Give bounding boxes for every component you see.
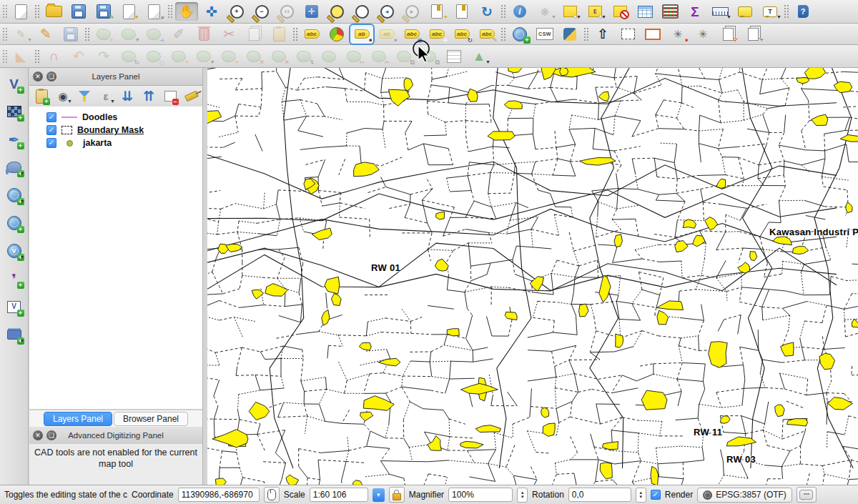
- composer-manager-icon[interactable]: ⌕: [142, 2, 165, 21]
- add-group-icon[interactable]: +: [32, 88, 51, 105]
- add-raster-layer-icon[interactable]: +: [4, 102, 25, 122]
- metasearch-csw-icon[interactable]: CSW: [533, 25, 556, 44]
- zoom-out-icon[interactable]: −: [250, 2, 273, 21]
- extents-toggle-button[interactable]: [264, 487, 280, 503]
- select-by-expression-icon[interactable]: ε▼: [583, 2, 606, 21]
- save-project-as-icon[interactable]: ✎: [92, 2, 115, 21]
- clear-style-icon[interactable]: [182, 88, 201, 105]
- arrow-annotation-icon[interactable]: ⇧: [591, 25, 614, 44]
- help-contents-icon[interactable]: ?: [792, 2, 814, 21]
- magnifier-input[interactable]: 100%: [448, 488, 513, 502]
- style-wand-icon[interactable]: ✳: [691, 25, 714, 44]
- map-canvas[interactable]: RW 01RW 11RW 03Kawasan Industri Pe: [207, 68, 858, 485]
- new-shapefile-layer-icon[interactable]: V+: [4, 297, 25, 317]
- coordinate-input[interactable]: [178, 488, 260, 502]
- manage-plugins-web-icon[interactable]: +: [508, 25, 531, 44]
- show-statistics-icon[interactable]: [659, 2, 681, 21]
- map-label: RW 01: [371, 262, 400, 273]
- move-label-icon[interactable]: abc➔: [425, 25, 448, 44]
- layer-row[interactable]: Boundary Mask: [29, 124, 202, 137]
- manage-layer-visibility-icon[interactable]: ◉▼: [54, 88, 72, 105]
- select-features-icon[interactable]: ▼: [558, 2, 581, 21]
- layer-diagram-options-icon[interactable]: [325, 25, 348, 44]
- layer-labeling-options-icon[interactable]: abc: [300, 25, 323, 44]
- toolbar-drag-handle[interactable]: [2, 49, 7, 64]
- collapse-all-icon[interactable]: ⇈: [139, 88, 158, 105]
- zoom-last-icon[interactable]: ◂: [375, 2, 398, 21]
- pan-map-icon[interactable]: ✋: [175, 2, 198, 21]
- filter-by-expression-icon[interactable]: ε▼: [97, 88, 115, 105]
- crs-status-button[interactable]: EPSG:3857 (OTF): [697, 488, 792, 503]
- expand-all-icon[interactable]: ⇊: [118, 88, 137, 105]
- remove-layer-icon[interactable]: [161, 88, 179, 105]
- render-checkbox[interactable]: [651, 490, 661, 500]
- float-panel-icon[interactable]: ❏: [46, 430, 56, 440]
- zoom-in-icon[interactable]: +: [225, 2, 248, 21]
- identify-features-icon[interactable]: i: [508, 2, 531, 21]
- zoom-to-selection-icon[interactable]: [325, 2, 348, 21]
- layer-visibility-checkbox[interactable]: [46, 138, 56, 148]
- messages-button[interactable]: •••: [797, 487, 817, 503]
- deselect-features-icon[interactable]: [608, 2, 631, 21]
- add-delimited-text-layer-icon[interactable]: ❜+: [4, 269, 25, 289]
- open-attribute-table-icon[interactable]: [633, 2, 656, 21]
- new-geopackage-layer-icon[interactable]: ✒+: [4, 129, 25, 149]
- rotation-input[interactable]: 0,0: [568, 488, 631, 502]
- add-wfs-layer-icon[interactable]: V+▼: [4, 241, 25, 261]
- map-tips-icon[interactable]: [734, 2, 756, 21]
- zoom-full-icon[interactable]: ✛: [300, 2, 323, 21]
- show-bookmarks-icon[interactable]: [450, 2, 473, 21]
- pin-labels-icon[interactable]: ab●: [350, 25, 373, 44]
- add-postgis-layer-icon[interactable]: +▼: [4, 157, 25, 177]
- close-panel-icon[interactable]: ✕: [33, 430, 43, 440]
- layer-name[interactable]: Doodles: [82, 112, 117, 122]
- magnifier-stepper[interactable]: ▲▼: [517, 488, 528, 503]
- scale-dropdown-icon[interactable]: ▾: [373, 488, 385, 502]
- layer-name[interactable]: Boundary Mask: [77, 125, 144, 135]
- refresh-map-icon[interactable]: ↻: [475, 2, 498, 21]
- float-panel-icon[interactable]: ❏: [46, 71, 56, 81]
- status-bar: Toggles the editing state of the current…: [0, 485, 858, 504]
- show-sum-icon[interactable]: Σ: [684, 2, 706, 21]
- duplicate-layers-add-icon[interactable]: +: [741, 25, 764, 44]
- new-project-icon[interactable]: [9, 2, 32, 21]
- layer-row[interactable]: Doodles: [29, 111, 202, 124]
- layer-visibility-checkbox[interactable]: [46, 112, 56, 122]
- add-virtual-layer-icon[interactable]: +▼: [4, 325, 25, 345]
- text-annotation-icon[interactable]: T▼: [759, 2, 781, 21]
- rotate-label-icon[interactable]: abc↻: [450, 25, 473, 44]
- add-vector-layer-icon[interactable]: V+: [4, 74, 25, 94]
- toggle-editing-icon[interactable]: ✎: [34, 25, 57, 44]
- select-print-extent-icon[interactable]: [616, 25, 639, 44]
- geometry-checker-icon[interactable]: [443, 47, 465, 66]
- tab-layers-panel[interactable]: Layers Panel: [44, 412, 112, 426]
- zoom-to-layer-icon[interactable]: [350, 2, 373, 21]
- rotation-stepper[interactable]: ▲▼: [636, 488, 646, 503]
- tab-browser-panel[interactable]: Browser Panel: [114, 412, 188, 426]
- toolbar-drag-handle[interactable]: [2, 4, 7, 19]
- style-wand-overwrite-icon[interactable]: ✳●: [666, 25, 689, 44]
- layer-name[interactable]: jakarta: [83, 138, 112, 148]
- toolbar-drag-handle[interactable]: [2, 27, 7, 41]
- open-project-icon[interactable]: [42, 2, 65, 21]
- canvas-extent-frame-icon[interactable]: [641, 25, 664, 44]
- layer-row[interactable]: jakarta: [29, 137, 202, 149]
- duplicate-layers-check-icon[interactable]: ✔: [716, 25, 739, 44]
- show-hide-labels-icon[interactable]: abc◉: [400, 25, 423, 44]
- change-label-icon[interactable]: abc✎: [475, 25, 498, 44]
- add-spatialite-layer-icon[interactable]: +▼: [4, 185, 25, 205]
- cad-construction-dropdown-icon[interactable]: ▲▼: [468, 47, 490, 66]
- new-print-composer-icon[interactable]: ✦: [117, 2, 140, 21]
- scale-combo[interactable]: 1:60 106: [310, 488, 368, 502]
- measure-icon[interactable]: ▼: [709, 2, 731, 21]
- layer-list[interactable]: DoodlesBoundary Maskjakarta: [29, 107, 202, 410]
- layer-visibility-checkbox[interactable]: [46, 125, 56, 135]
- save-project-icon[interactable]: [67, 2, 90, 21]
- pan-to-selection-icon[interactable]: ✜: [200, 2, 223, 21]
- filter-legend-icon[interactable]: [75, 88, 94, 105]
- add-wms-layer-icon[interactable]: +: [4, 213, 25, 233]
- scale-lock-button[interactable]: [389, 487, 405, 503]
- new-bookmark-icon[interactable]: +: [425, 2, 448, 21]
- close-panel-icon[interactable]: ✕: [33, 71, 43, 81]
- python-console-icon[interactable]: [558, 25, 581, 44]
